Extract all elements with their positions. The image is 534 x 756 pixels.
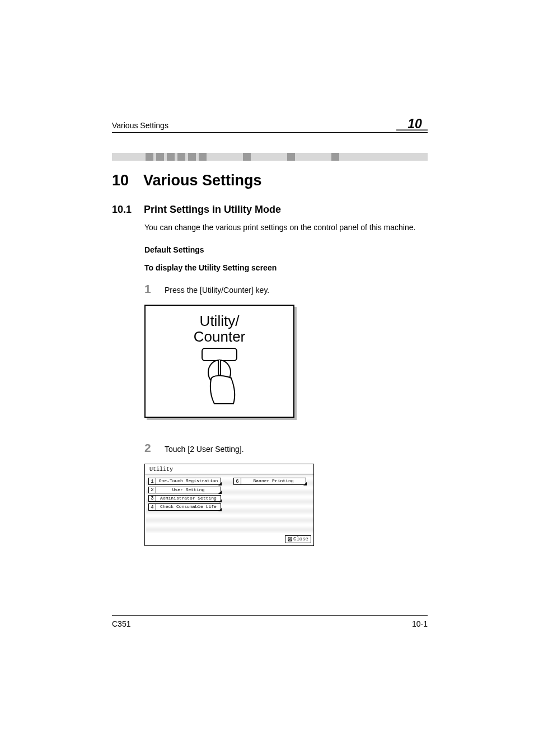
figure-utility-screen: Utility 1 One-Touch Registration 2 User … bbox=[144, 464, 314, 546]
chapter-badge-number: 10 bbox=[407, 116, 422, 132]
utility-screen-title: Utility bbox=[149, 466, 173, 473]
section-number: 10.1 bbox=[112, 204, 132, 216]
figure-utility-counter-key: Utility/ Counter bbox=[144, 305, 294, 418]
chapter-badge: 10 bbox=[402, 116, 428, 131]
close-button: Close bbox=[285, 535, 311, 543]
footer-page: 10-1 bbox=[412, 619, 428, 628]
utility-item-1: 1 One-Touch Registration bbox=[148, 478, 221, 484]
utility-item-6: 6 Banner Printing bbox=[233, 478, 306, 484]
step-2-text: Touch [2 User Setting]. bbox=[165, 445, 244, 454]
footer-model: C351 bbox=[112, 619, 130, 628]
step-1-text: Press the [Utility/Counter] key. bbox=[165, 286, 269, 295]
intro-paragraph: You can change the various print setting… bbox=[144, 222, 428, 233]
section-title: Print Settings in Utility Mode bbox=[144, 204, 281, 216]
chapter-title: Various Settings bbox=[143, 172, 262, 189]
figure1-line2: Counter bbox=[194, 328, 246, 345]
subheading-to-display: To display the Utility Setting screen bbox=[144, 263, 428, 272]
utility-item-2: 2 User Setting bbox=[148, 487, 221, 493]
close-icon bbox=[288, 537, 292, 542]
finger-press-icon bbox=[200, 359, 239, 407]
utility-item-3: 3 Administrator Setting bbox=[148, 495, 221, 502]
running-head: Various Settings bbox=[112, 121, 168, 130]
subheading-default-settings: Default Settings bbox=[144, 245, 428, 254]
step-1-number: 1 bbox=[144, 282, 165, 296]
utility-item-4: 4 Check Consumable Life bbox=[148, 503, 221, 510]
chapter-number: 10 bbox=[112, 172, 129, 189]
step-2-number: 2 bbox=[144, 441, 165, 455]
figure1-line1: Utility/ bbox=[200, 312, 240, 329]
decorative-bar bbox=[112, 153, 428, 161]
